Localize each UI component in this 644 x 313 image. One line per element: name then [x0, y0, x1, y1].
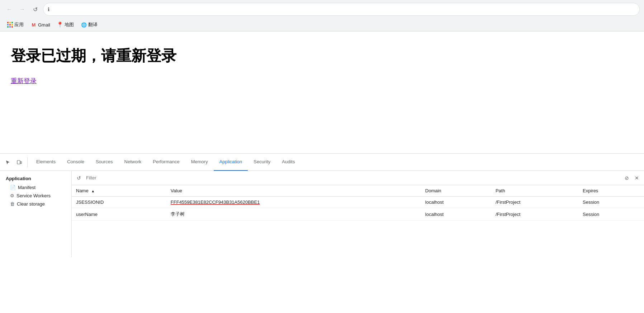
- sidebar-item-manifest[interactable]: 📄 Manifest: [0, 183, 71, 192]
- apps-icon: [7, 22, 13, 28]
- refresh-button[interactable]: ↺: [30, 4, 40, 14]
- tab-sources[interactable]: Sources: [90, 154, 119, 171]
- gmail-icon: M: [31, 22, 37, 28]
- cell-name: userName: [72, 208, 166, 221]
- cell-name: JSESSIONID: [72, 197, 166, 208]
- cell-domain: localhost: [421, 197, 491, 208]
- device-icon-btn[interactable]: [14, 157, 24, 167]
- manifest-icon: 📄: [10, 185, 16, 190]
- tab-elements[interactable]: Elements: [30, 154, 61, 171]
- device-icon: [17, 160, 22, 165]
- bookmark-apps[interactable]: 应用: [4, 20, 27, 29]
- sidebar-item-clear-storage[interactable]: 🗑 Clear storage: [0, 200, 71, 208]
- tab-network[interactable]: Network: [119, 154, 147, 171]
- devtools-body: Application 📄 Manifest ⚙ Service Workers…: [0, 171, 644, 257]
- clear-storage-icon: 🗑: [10, 201, 15, 207]
- apps-label: 应用: [14, 21, 24, 28]
- close-icon: ✕: [635, 175, 639, 181]
- tab-security[interactable]: Security: [248, 154, 276, 171]
- svg-rect-0: [17, 160, 20, 164]
- tab-audits[interactable]: Audits: [276, 154, 300, 171]
- tab-application[interactable]: Application: [214, 154, 248, 171]
- devtools: Elements Console Sources Network Perform…: [0, 153, 644, 257]
- cell-path: /FirstProject: [491, 197, 578, 208]
- nav-bar: ← → ↺ ℹ localhost:8080/FirstProject/Succ…: [0, 0, 644, 19]
- sidebar-item-manifest-label: Manifest: [18, 185, 35, 190]
- browser-chrome: ← → ↺ ℹ localhost:8080/FirstProject/Succ…: [0, 0, 644, 32]
- devtools-tabs: Elements Console Sources Network Perform…: [30, 154, 300, 171]
- page-content: 登录已过期，请重新登录 重新登录: [0, 32, 644, 153]
- url-input[interactable]: localhost:8080/FirstProject/Success.jsp: [52, 6, 635, 12]
- bookmarks-bar: 应用 M Gmail 📍 地图 🌐 翻译: [0, 19, 644, 31]
- forward-button[interactable]: →: [17, 4, 27, 14]
- col-domain[interactable]: Domain: [421, 185, 491, 197]
- filter-actions: ⊘ ✕: [622, 174, 641, 182]
- gmail-label: Gmail: [38, 22, 50, 28]
- tab-console[interactable]: Console: [61, 154, 90, 171]
- sidebar-item-clear-storage-label: Clear storage: [17, 201, 45, 207]
- service-workers-icon: ⚙: [10, 193, 14, 198]
- translate-label: 翻译: [88, 21, 98, 28]
- col-path[interactable]: Path: [491, 185, 578, 197]
- sidebar-item-service-workers[interactable]: ⚙ Service Workers: [0, 192, 71, 200]
- svg-rect-1: [20, 162, 22, 164]
- cursor-icon: [5, 160, 10, 165]
- devtools-sidebar: Application 📄 Manifest ⚙ Service Workers…: [0, 171, 72, 257]
- value-underlined-text: FFF4559E381E82CCF943B31A5620BBE1: [171, 199, 260, 205]
- bookmark-maps[interactable]: 📍 地图: [55, 20, 77, 29]
- cursor-icon-btn[interactable]: [3, 157, 13, 167]
- filter-bar: ↺ ⊘ ✕: [72, 171, 644, 185]
- sidebar-heading: Application: [0, 174, 71, 183]
- col-value[interactable]: Value: [166, 185, 421, 197]
- cookies-data-table: Name ▲ Value Domain Path: [72, 185, 644, 221]
- col-name[interactable]: Name ▲: [72, 185, 166, 197]
- back-button[interactable]: ←: [4, 4, 14, 14]
- cell-value: 李子树: [166, 208, 421, 221]
- block-icon: ⊘: [625, 175, 629, 181]
- table-row[interactable]: userName李子树localhost/FirstProjectSession: [72, 208, 644, 221]
- tab-memory[interactable]: Memory: [185, 154, 214, 171]
- cell-expires: Session: [578, 208, 644, 221]
- cell-value: FFF4559E381E82CCF943B31A5620BBE1: [166, 197, 421, 208]
- sort-arrow-name: ▲: [91, 189, 95, 193]
- tab-performance[interactable]: Performance: [147, 154, 185, 171]
- maps-label: 地图: [65, 21, 74, 28]
- toolbar-separator: [27, 157, 28, 167]
- sidebar-item-service-workers-label: Service Workers: [16, 193, 51, 198]
- address-bar[interactable]: ℹ localhost:8080/FirstProject/Success.js…: [43, 3, 640, 16]
- info-icon: ℹ: [48, 6, 49, 12]
- bookmark-translate[interactable]: 🌐 翻译: [78, 20, 100, 29]
- devtools-toolbar: Elements Console Sources Network Perform…: [0, 154, 644, 171]
- col-expires[interactable]: Expires: [578, 185, 644, 197]
- bookmark-gmail[interactable]: M Gmail: [28, 20, 53, 29]
- devtools-main: ↺ ⊘ ✕ Name: [72, 171, 644, 257]
- table-row[interactable]: JSESSIONIDFFF4559E381E82CCF943B31A5620BB…: [72, 197, 644, 208]
- filter-input[interactable]: [86, 175, 620, 180]
- refresh-icon: ↺: [77, 175, 81, 181]
- maps-icon: 📍: [57, 22, 63, 28]
- cell-path: /FirstProject: [491, 208, 578, 221]
- filter-block-button[interactable]: ⊘: [622, 174, 631, 182]
- translate-icon: 🌐: [81, 22, 87, 28]
- cell-domain: localhost: [421, 208, 491, 221]
- filter-clear-button[interactable]: ✕: [633, 174, 641, 182]
- relogin-link[interactable]: 重新登录: [11, 77, 37, 85]
- cell-expires: Session: [578, 197, 644, 208]
- cookies-table: Name ▲ Value Domain Path: [72, 185, 644, 257]
- filter-refresh-button[interactable]: ↺: [75, 174, 83, 182]
- page-title: 登录已过期，请重新登录: [11, 46, 633, 66]
